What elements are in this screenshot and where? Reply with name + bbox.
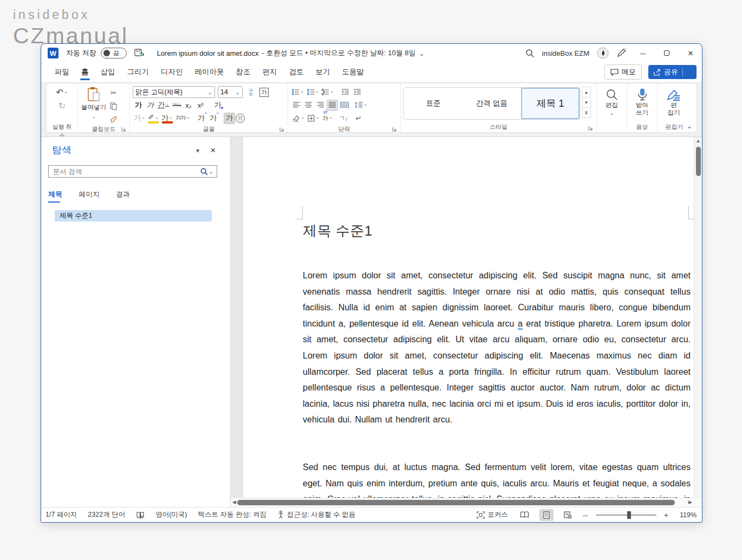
nav-heading-item[interactable]: 제목 수준1: [55, 210, 212, 222]
styles-dialog-launcher[interactable]: [588, 126, 593, 131]
style-gallery-down[interactable]: ▼: [582, 97, 591, 108]
tab-insert[interactable]: 삽입: [95, 63, 121, 82]
comments-button[interactable]: 메모: [604, 64, 642, 80]
text-effects-button[interactable]: 가: [133, 113, 147, 124]
horizontal-scroll-thumb[interactable]: [237, 500, 675, 505]
redo-button[interactable]: ↻: [49, 100, 75, 112]
format-painter-button[interactable]: [108, 113, 119, 125]
save-icon[interactable]: [134, 49, 144, 57]
tab-home[interactable]: 홈: [75, 63, 95, 82]
dictate-button[interactable]: 받아 쓰기: [630, 86, 654, 122]
shrink-font-button[interactable]: 가: [207, 113, 219, 124]
paste-dropdown-icon[interactable]: [92, 112, 96, 121]
maximize-button[interactable]: [659, 46, 675, 60]
share-button[interactable]: 공유: [648, 65, 697, 79]
tab-file[interactable]: 파일: [49, 63, 75, 82]
close-button[interactable]: [682, 46, 699, 60]
borders-button[interactable]: [307, 113, 321, 124]
clipboard-dialog-launcher[interactable]: [121, 127, 126, 132]
style-no-spacing[interactable]: 간격 없음: [463, 88, 521, 119]
nav-tab-results[interactable]: 결과: [116, 190, 130, 203]
decrease-indent-button[interactable]: [340, 87, 352, 98]
search-dropdown[interactable]: [199, 168, 217, 175]
document-page[interactable]: 제목 수준1 Lorem ipsum dolor sit amet, conse…: [243, 137, 694, 507]
bullets-button[interactable]: [291, 87, 305, 98]
text-direction-button[interactable]: 가: [321, 113, 334, 124]
editing-button[interactable]: 편집: [600, 86, 624, 122]
zoom-slider[interactable]: [596, 515, 656, 516]
minimize-button[interactable]: [635, 46, 651, 60]
strikethrough-button[interactable]: 가나: [171, 100, 183, 111]
word-count[interactable]: 2322개 단어: [88, 510, 125, 519]
search-input[interactable]: [49, 168, 199, 175]
web-layout-button[interactable]: [561, 509, 575, 521]
underline-button[interactable]: 간: [157, 100, 171, 111]
justify-button[interactable]: [327, 100, 338, 111]
page-indicator[interactable]: 1/7 페이지: [45, 510, 77, 519]
navigation-close-icon[interactable]: [205, 144, 222, 156]
tab-review[interactable]: 검토: [283, 63, 310, 82]
paste-button[interactable]: 붙여넣기: [81, 86, 107, 125]
align-left-button[interactable]: [291, 100, 302, 111]
word-app-icon[interactable]: W: [48, 48, 58, 58]
share-dropdown-icon[interactable]: [682, 68, 692, 76]
numbering-button[interactable]: [306, 87, 321, 98]
tab-references[interactable]: 참조: [230, 63, 257, 82]
vertical-scrollbar[interactable]: [694, 137, 702, 507]
tab-layout[interactable]: 레이아웃: [189, 63, 230, 82]
align-center-button[interactable]: [303, 100, 314, 111]
enclose-characters-button[interactable]: 인: [236, 114, 245, 123]
shading-button[interactable]: [291, 113, 306, 124]
zoom-slider-handle[interactable]: [627, 511, 631, 519]
language-indicator[interactable]: 영어(미국): [155, 510, 187, 519]
clear-formatting-button[interactable]: 가: [212, 100, 224, 111]
zoom-level[interactable]: 119%: [676, 511, 697, 519]
tab-view[interactable]: 보기: [310, 63, 336, 82]
show-marks-button[interactable]: [353, 113, 365, 124]
document-search-box[interactable]: [48, 165, 217, 178]
scroll-left-icon[interactable]: [232, 499, 236, 505]
copy-button[interactable]: [108, 100, 119, 112]
style-gallery-up[interactable]: ▲: [582, 87, 591, 97]
line-spacing-button[interactable]: [354, 100, 369, 111]
autosave-toggle[interactable]: 끔: [101, 48, 127, 58]
font-dialog-launcher[interactable]: [279, 127, 284, 132]
font-family-combo[interactable]: 맑은 고딕(제목): [133, 86, 215, 98]
document-heading[interactable]: 제목 수준1: [303, 222, 691, 240]
read-mode-button[interactable]: [518, 509, 532, 521]
tab-design[interactable]: 디자인: [155, 63, 189, 82]
cut-button[interactable]: [108, 87, 119, 99]
nav-tab-headings[interactable]: 제목: [48, 190, 62, 203]
paragraph-dialog-launcher[interactable]: [392, 127, 397, 132]
undo-button[interactable]: ↶: [49, 87, 75, 98]
nav-tab-pages[interactable]: 페이지: [79, 190, 100, 203]
account-name[interactable]: insideBox EZM: [542, 49, 589, 57]
vertical-scroll-thumb[interactable]: [696, 147, 701, 176]
account-avatar[interactable]: [597, 47, 609, 59]
titlebar-search-icon[interactable]: [525, 49, 535, 58]
scroll-right-icon[interactable]: [688, 499, 692, 505]
scroll-up-icon[interactable]: [694, 138, 702, 144]
proofing-status[interactable]: [136, 511, 145, 519]
character-shading-button[interactable]: 가: [224, 113, 235, 124]
subscript-button[interactable]: x₂: [183, 100, 194, 111]
bold-button[interactable]: 가: [133, 100, 144, 111]
change-case-button[interactable]: 가가: [175, 113, 191, 124]
italic-button[interactable]: 가: [145, 100, 156, 111]
grow-font-button[interactable]: 가: [196, 113, 207, 124]
style-gallery-more[interactable]: [582, 107, 591, 118]
accessibility-status[interactable]: 접근성: 사용할 수 없음: [277, 510, 355, 519]
distribute-button[interactable]: [339, 100, 350, 111]
focus-button[interactable]: 포커스: [477, 510, 508, 519]
tab-help[interactable]: 도움말: [336, 63, 370, 82]
style-heading1[interactable]: 제목 1: [521, 88, 580, 119]
editor-button[interactable]: 편 집기: [660, 86, 687, 122]
horizontal-scrollbar[interactable]: [231, 498, 702, 507]
font-color-button[interactable]: 가: [160, 113, 174, 124]
highlight-button[interactable]: [147, 113, 160, 124]
style-normal[interactable]: 표준: [404, 88, 463, 119]
navigation-dropdown-icon[interactable]: [191, 144, 205, 156]
sort-button[interactable]: ㄱ: [338, 113, 349, 124]
title-dropdown-icon[interactable]: [416, 49, 425, 57]
superscript-button[interactable]: x²: [195, 100, 206, 111]
